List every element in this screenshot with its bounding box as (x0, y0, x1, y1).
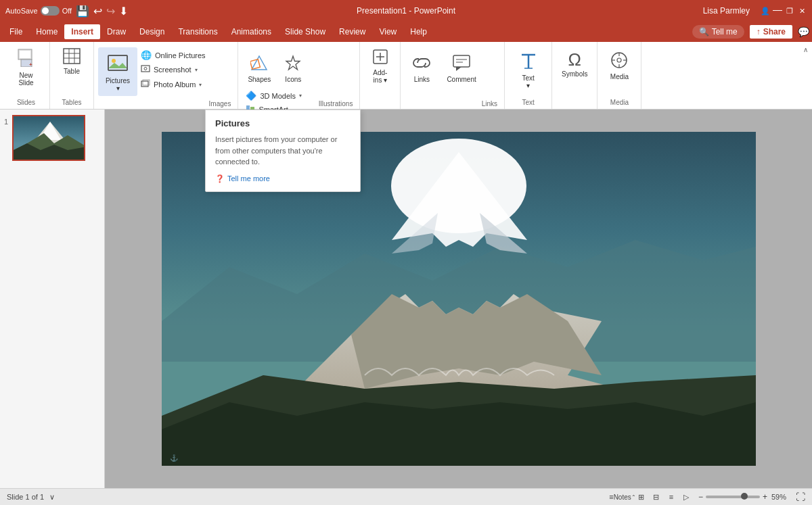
menu-slideshow[interactable]: Slide Show (278, 24, 332, 39)
slide-sorter-btn[interactable]: ⊟ (650, 491, 663, 503)
zoom-out-btn[interactable]: − (698, 492, 703, 502)
autosave-knob (42, 7, 49, 14)
autosave-control[interactable]: AutoSave Off (5, 6, 72, 16)
text-group-label: Text (522, 99, 534, 107)
shapes-icon (250, 55, 268, 74)
media-button[interactable]: Media (604, 47, 634, 84)
ribbon-group-images: Pictures ▾ 🌐 Online Pictures Screenshot … (94, 42, 238, 109)
status-chevron[interactable]: ∨ (49, 493, 55, 502)
symbols-button[interactable]: Ω Symbols (556, 47, 593, 81)
menu-review[interactable]: Review (332, 24, 372, 39)
presenter-view-btn[interactable]: ▷ (679, 491, 693, 503)
share-button[interactable]: ↑ Share (750, 25, 792, 39)
title-bar-left: AutoSave Off 💾 ↩ ↪ ⬇ (5, 5, 128, 18)
zoom-in-btn[interactable]: + (763, 492, 767, 502)
pictures-button[interactable]: Pictures ▾ (98, 47, 137, 96)
table-icon (63, 48, 81, 66)
links-icon (412, 53, 431, 74)
zoom-control: − + 59% (698, 492, 790, 502)
new-slide-label: NewSlide (18, 72, 33, 87)
slide-view-buttons: ⊞ ⊟ ≡ ▷ (635, 491, 693, 503)
status-right: ≡ Notes ⌃ ⊞ ⊟ ≡ ▷ − + 59% ⛶ (616, 491, 805, 503)
customize-icon[interactable]: ⬇ (119, 5, 128, 18)
app-title: Presentation1 - PowerPoint (357, 6, 455, 16)
status-bar: Slide 1 of 1 ∨ ≡ Notes ⌃ ⊞ ⊟ ≡ ▷ − + 59%… (0, 488, 812, 505)
ribbon-collapse-btn[interactable]: ∧ (802, 45, 809, 55)
images-group-label: Images (209, 45, 234, 109)
ribbon: + NewSlide Slides Table Tables Pictures … (0, 42, 812, 110)
online-pictures-button[interactable]: 🌐 Online Pictures (137, 49, 209, 62)
screenshot-label: Screenshot (154, 66, 191, 74)
main-slide-area[interactable]: Pictures Insert pictures from your compu… (105, 110, 812, 488)
svg-rect-1 (20, 51, 30, 58)
slides-group-label: Slides (17, 99, 35, 107)
3d-models-button[interactable]: 🔷 3D Models ▾ (242, 89, 305, 102)
slide-anchor-icon: ⚓ (170, 454, 178, 462)
menu-view[interactable]: View (372, 24, 403, 39)
photo-album-label: Photo Album (154, 80, 196, 89)
ribbon-group-tables: Table Tables (50, 42, 94, 109)
menu-file[interactable]: File (3, 24, 29, 39)
ribbon-group-addins: Add-ins ▾ (360, 42, 401, 109)
screenshot-button[interactable]: Screenshot ▾ (137, 63, 209, 76)
3d-dropdown: ▾ (299, 93, 302, 99)
shapes-button[interactable]: Shapes (242, 51, 276, 87)
notes-button[interactable]: ≡ Notes ⌃ (616, 491, 629, 503)
photo-album-dropdown: ▾ (199, 82, 202, 88)
redo-icon[interactable]: ↪ (106, 5, 115, 18)
icons-button[interactable]: Icons (279, 51, 307, 87)
autosave-label: AutoSave (5, 7, 38, 15)
slide-thumbnail[interactable] (12, 115, 85, 161)
restore-btn[interactable]: ❐ (785, 6, 794, 16)
symbols-label: Symbols (562, 70, 587, 78)
tell-me-input[interactable]: 🔍 Tell me (692, 25, 744, 39)
menu-help[interactable]: Help (403, 24, 434, 39)
undo-icon[interactable]: ↩ (93, 5, 102, 18)
autosave-toggle[interactable] (41, 6, 60, 16)
share-label: Share (763, 27, 786, 37)
pictures-label: Pictures ▾ (104, 77, 132, 92)
comment-button[interactable]: Comment (441, 50, 481, 87)
normal-view-btn[interactable]: ⊞ (635, 491, 648, 503)
reading-view-btn[interactable]: ≡ (664, 491, 678, 503)
ribbon-group-links: Links Comment Links (401, 42, 505, 109)
menu-draw[interactable]: Draw (100, 24, 133, 39)
ribbon-group-media: Media Media (597, 42, 641, 109)
svg-rect-14 (141, 81, 148, 87)
save-icon[interactable]: 💾 (76, 5, 89, 18)
text-button[interactable]: Text▾ (514, 47, 543, 93)
zoom-level: 59% (771, 493, 790, 501)
ribbon-group-symbols: Ω Symbols (552, 42, 597, 109)
text-icon (519, 51, 538, 72)
links-button[interactable]: Links (405, 50, 438, 87)
new-slide-button[interactable]: + NewSlide (12, 45, 41, 90)
zoom-slider-track[interactable] (706, 496, 760, 498)
illustrations-group-label: Illustrations (319, 45, 356, 109)
menu-design[interactable]: Design (133, 24, 171, 39)
notes-label: Notes (614, 494, 631, 501)
minimize-btn[interactable]: — (773, 6, 782, 16)
menu-animations[interactable]: Animations (225, 24, 278, 39)
addins-button[interactable]: Add-ins ▾ (366, 45, 394, 87)
tooltip-link[interactable]: ❓ Tell me more (215, 174, 351, 183)
zoom-slider-thumb[interactable] (741, 493, 748, 500)
addins-icon (371, 48, 389, 67)
comments-icon[interactable]: 💬 (798, 26, 809, 37)
screenshot-dropdown: ▾ (195, 67, 198, 73)
app-body: 1 (0, 110, 812, 488)
links-label: Links (414, 76, 430, 83)
share-icon: ↑ (757, 27, 761, 37)
account-icon[interactable]: 👤 (761, 6, 770, 16)
menu-transitions[interactable]: Transitions (171, 24, 224, 39)
tell-me-label: Tell me (712, 27, 738, 37)
menu-insert[interactable]: Insert (64, 24, 100, 39)
menu-home[interactable]: Home (29, 24, 64, 39)
svg-text:+: + (29, 62, 32, 67)
text-label: Text▾ (522, 74, 534, 89)
media-label: Media (610, 73, 629, 80)
close-btn[interactable]: ✕ (797, 6, 807, 16)
tooltip-description: Insert pictures from your computer or fr… (215, 134, 351, 168)
fit-slide-btn[interactable]: ⛶ (796, 491, 805, 502)
table-button[interactable]: Table (58, 45, 86, 78)
photo-album-button[interactable]: Photo Album ▾ (137, 78, 209, 91)
